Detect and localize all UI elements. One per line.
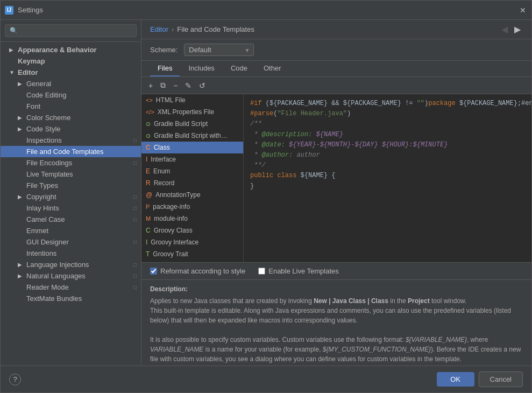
file-item-html[interactable]: <> HTML File bbox=[141, 94, 243, 106]
sidebar-tree: ▶ Appearance & Behavior Keymap ▼ Editor … bbox=[1, 42, 141, 366]
file-item-module-info[interactable]: M module-info bbox=[141, 213, 243, 224]
sidebar-item-live-templates[interactable]: Live Templates bbox=[1, 169, 141, 180]
tab-files[interactable]: Files bbox=[150, 61, 180, 76]
sidebar-item-label: TextMate Bundles bbox=[26, 294, 82, 303]
badge-icon: □ bbox=[133, 160, 137, 166]
sidebar-item-code-style[interactable]: ▶ Code Style bbox=[1, 123, 141, 135]
file-item-groovy-trait[interactable]: T Groovy Trait bbox=[141, 248, 243, 260]
main-content: ▶ Appearance & Behavior Keymap ▼ Editor … bbox=[1, 20, 531, 366]
sidebar-item-code-editing[interactable]: Code Editing bbox=[1, 89, 141, 101]
file-item-label: AnnotationType bbox=[155, 191, 200, 199]
sidebar-item-editor[interactable]: ▼ Editor bbox=[1, 67, 141, 78]
reset-button[interactable]: ↺ bbox=[196, 80, 208, 92]
copy-button[interactable]: ⧉ bbox=[158, 79, 168, 92]
sidebar-item-appearance[interactable]: ▶ Appearance & Behavior bbox=[1, 44, 141, 55]
sidebar-item-camel-case[interactable]: Camel Case □ bbox=[1, 214, 141, 225]
badge-icon: □ bbox=[133, 137, 137, 143]
sidebar-item-label: Emmet bbox=[26, 227, 48, 235]
settings-window: IJ Settings ✕ ▶ Appearance & Behavior Ke… bbox=[0, 0, 532, 393]
file-item-class[interactable]: C Class bbox=[141, 142, 243, 153]
sidebar-item-file-code-templates[interactable]: File and Code Templates bbox=[1, 146, 141, 157]
sidebar-item-emmet[interactable]: Emmet bbox=[1, 225, 141, 236]
breadcrumb-parent[interactable]: Editor bbox=[150, 25, 168, 33]
file-item-record[interactable]: R Record bbox=[141, 177, 243, 189]
badge-icon: □ bbox=[133, 205, 137, 211]
reformat-checkbox[interactable] bbox=[150, 268, 157, 275]
tab-includes[interactable]: Includes bbox=[181, 61, 222, 76]
sidebar-item-label: Code Style bbox=[26, 125, 61, 133]
live-templates-checkbox[interactable] bbox=[258, 268, 265, 275]
file-item-xml[interactable]: </> XML Properties File bbox=[141, 106, 243, 118]
sidebar-item-label: File and Code Templates bbox=[26, 148, 104, 156]
file-item-label: Gradle Build Script bbox=[154, 120, 208, 128]
scheme-select[interactable]: Default Project bbox=[184, 44, 254, 56]
arrow-icon: ▶ bbox=[18, 273, 24, 279]
right-panel: Editor › File and Code Templates ◀ ▶ Sch… bbox=[141, 20, 531, 366]
file-item-gradle-wrap[interactable]: ⊙ Gradle Build Script with wrap bbox=[141, 130, 243, 142]
sidebar-item-label: Reader Mode bbox=[26, 283, 69, 291]
file-item-gradle-build[interactable]: ⊙ Gradle Build Script bbox=[141, 118, 243, 130]
sidebar-item-intentions[interactable]: Intentions bbox=[1, 248, 141, 259]
cancel-button[interactable]: Cancel bbox=[479, 371, 523, 387]
sidebar-item-general[interactable]: ▶ General bbox=[1, 78, 141, 89]
file-item-groovy-class[interactable]: C Groovy Class bbox=[141, 224, 243, 236]
help-button[interactable]: ? bbox=[9, 374, 21, 385]
sidebar: ▶ Appearance & Behavior Keymap ▼ Editor … bbox=[1, 20, 141, 366]
file-item-label: Enum bbox=[153, 167, 170, 175]
sidebar-item-textmate-bundles[interactable]: TextMate Bundles bbox=[1, 293, 141, 304]
code-editor[interactable]: #if (${PACKAGE_NAME} && ${PACKAGE_NAME} … bbox=[244, 94, 531, 262]
rename-button[interactable]: ✎ bbox=[182, 80, 194, 92]
file-item-interface[interactable]: I Interface bbox=[141, 153, 243, 165]
reformat-checkbox-group: Reformat according to style bbox=[150, 267, 245, 275]
remove-button[interactable]: − bbox=[171, 80, 180, 92]
sidebar-item-file-types[interactable]: File Types bbox=[1, 180, 141, 191]
gradle-icon: ⊙ bbox=[146, 132, 151, 139]
description-panel: Description: Applies to new Java classes… bbox=[141, 279, 531, 366]
sidebar-item-color-scheme[interactable]: ▶ Color Scheme bbox=[1, 112, 141, 123]
nav-back-button[interactable]: ◀ bbox=[499, 24, 510, 34]
badge-icon: □ bbox=[133, 284, 137, 290]
file-item-label: module-info bbox=[154, 215, 188, 222]
file-item-enum[interactable]: E Enum bbox=[141, 165, 243, 177]
sidebar-item-reader-mode[interactable]: Reader Mode □ bbox=[1, 282, 141, 293]
description-text: Applies to new Java classes that are cre… bbox=[150, 296, 523, 364]
sidebar-item-gui-designer[interactable]: GUI Designer □ bbox=[1, 236, 141, 248]
arrow-icon: ▶ bbox=[18, 126, 24, 132]
sidebar-item-label: Copyright bbox=[26, 193, 56, 201]
file-item-label: Gradle Build Script with wrap bbox=[154, 132, 229, 139]
sidebar-item-label: Appearance & Behavior bbox=[18, 46, 97, 54]
search-input[interactable] bbox=[5, 24, 137, 37]
badge-icon: □ bbox=[133, 216, 137, 222]
sidebar-item-keymap[interactable]: Keymap bbox=[1, 55, 141, 67]
badge-icon: □ bbox=[133, 194, 137, 200]
sidebar-item-inspections[interactable]: Inspections □ bbox=[1, 135, 141, 146]
close-button[interactable]: ✕ bbox=[519, 6, 527, 15]
sidebar-item-natural-languages[interactable]: ▶ Natural Languages □ bbox=[1, 270, 141, 282]
class-icon: C bbox=[146, 144, 151, 151]
html-icon: <> bbox=[146, 97, 153, 103]
sidebar-item-inlay-hints[interactable]: Inlay Hints □ bbox=[1, 202, 141, 214]
xml-icon: </> bbox=[146, 109, 154, 115]
file-item-label: Groovy Interface bbox=[151, 238, 198, 246]
arrow-icon: ▶ bbox=[18, 194, 24, 200]
file-item-annotation-type[interactable]: @ AnnotationType bbox=[141, 189, 243, 201]
tab-code[interactable]: Code bbox=[223, 61, 255, 76]
window-title: Settings bbox=[18, 6, 519, 14]
sidebar-item-label: Inlay Hints bbox=[26, 204, 59, 212]
sidebar-item-label: GUI Designer bbox=[26, 238, 69, 246]
arrow-icon: ▶ bbox=[18, 262, 24, 268]
editor-toolbar: + ⧉ − ✎ ↺ bbox=[141, 77, 531, 94]
groovy-class-icon: C bbox=[146, 227, 151, 234]
sidebar-item-font[interactable]: Font bbox=[1, 101, 141, 112]
add-button[interactable]: + bbox=[146, 80, 155, 92]
nav-forward-button[interactable]: ▶ bbox=[512, 24, 523, 34]
tab-other[interactable]: Other bbox=[256, 61, 289, 76]
file-item-groovy-interface[interactable]: I Groovy Interface bbox=[141, 236, 243, 248]
module-icon: M bbox=[146, 215, 151, 222]
ok-button[interactable]: OK bbox=[437, 372, 474, 387]
file-item-package-info[interactable]: P package-info bbox=[141, 201, 243, 213]
sidebar-item-copyright[interactable]: ▶ Copyright □ bbox=[1, 191, 141, 202]
sidebar-item-label: Editor bbox=[18, 68, 38, 76]
sidebar-item-file-encodings[interactable]: File Encodings □ bbox=[1, 157, 141, 169]
sidebar-item-language-injections[interactable]: ▶ Language Injections □ bbox=[1, 259, 141, 270]
